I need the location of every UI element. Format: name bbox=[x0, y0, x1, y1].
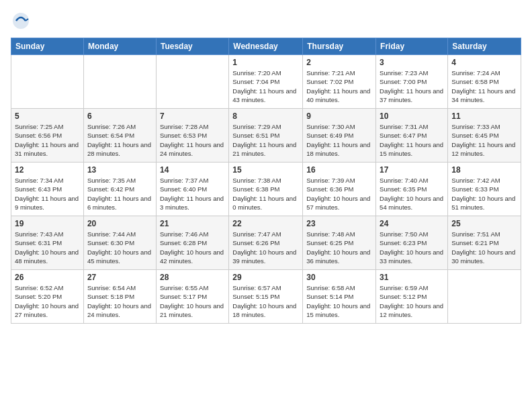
weekday-header: Saturday bbox=[448, 38, 521, 55]
day-number: 18 bbox=[451, 165, 517, 175]
day-info: Sunrise: 7:30 AM Sunset: 6:49 PM Dayligh… bbox=[306, 122, 372, 158]
calendar-day-cell: 12Sunrise: 7:34 AM Sunset: 6:43 PM Dayli… bbox=[11, 163, 84, 216]
day-number: 11 bbox=[451, 111, 517, 121]
calendar-day-cell: 1Sunrise: 7:20 AM Sunset: 7:04 PM Daylig… bbox=[229, 55, 303, 109]
day-info: Sunrise: 7:20 AM Sunset: 7:04 PM Dayligh… bbox=[232, 68, 299, 104]
day-info: Sunrise: 7:35 AM Sunset: 6:42 PM Dayligh… bbox=[87, 176, 152, 212]
day-info: Sunrise: 7:47 AM Sunset: 6:26 PM Dayligh… bbox=[232, 230, 299, 265]
day-info: Sunrise: 7:25 AM Sunset: 6:56 PM Dayligh… bbox=[15, 122, 80, 158]
calendar-day-cell bbox=[448, 270, 521, 324]
calendar-day-cell: 25Sunrise: 7:51 AM Sunset: 6:21 PM Dayli… bbox=[448, 216, 521, 270]
day-info: Sunrise: 6:55 AM Sunset: 5:17 PM Dayligh… bbox=[160, 283, 225, 319]
calendar-body: 1Sunrise: 7:20 AM Sunset: 7:04 PM Daylig… bbox=[11, 55, 521, 324]
calendar-week-row: 26Sunrise: 6:52 AM Sunset: 5:20 PM Dayli… bbox=[11, 270, 521, 324]
calendar-day-cell: 29Sunrise: 6:57 AM Sunset: 5:15 PM Dayli… bbox=[229, 270, 303, 324]
weekday-row: SundayMondayTuesdayWednesdayThursdayFrid… bbox=[11, 38, 521, 55]
day-info: Sunrise: 7:43 AM Sunset: 6:31 PM Dayligh… bbox=[15, 230, 80, 265]
calendar-day-cell: 14Sunrise: 7:37 AM Sunset: 6:40 PM Dayli… bbox=[156, 163, 228, 216]
calendar-day-cell: 26Sunrise: 6:52 AM Sunset: 5:20 PM Dayli… bbox=[11, 270, 84, 324]
day-info: Sunrise: 7:24 AM Sunset: 6:58 PM Dayligh… bbox=[451, 68, 517, 104]
calendar-day-cell: 8Sunrise: 7:29 AM Sunset: 6:51 PM Daylig… bbox=[229, 109, 303, 163]
day-info: Sunrise: 7:28 AM Sunset: 6:53 PM Dayligh… bbox=[160, 122, 225, 158]
day-number: 14 bbox=[160, 165, 225, 175]
calendar-day-cell: 28Sunrise: 6:55 AM Sunset: 5:17 PM Dayli… bbox=[156, 270, 228, 324]
day-info: Sunrise: 7:33 AM Sunset: 6:45 PM Dayligh… bbox=[451, 122, 517, 158]
day-info: Sunrise: 6:58 AM Sunset: 5:14 PM Dayligh… bbox=[306, 283, 372, 319]
calendar-day-cell: 6Sunrise: 7:26 AM Sunset: 6:54 PM Daylig… bbox=[83, 109, 156, 163]
day-info: Sunrise: 7:51 AM Sunset: 6:21 PM Dayligh… bbox=[451, 230, 517, 265]
weekday-header: Thursday bbox=[303, 38, 376, 55]
calendar-day-cell: 31Sunrise: 6:59 AM Sunset: 5:12 PM Dayli… bbox=[376, 270, 448, 324]
day-info: Sunrise: 7:23 AM Sunset: 7:00 PM Dayligh… bbox=[380, 68, 444, 104]
day-number: 8 bbox=[232, 111, 299, 121]
calendar-day-cell: 20Sunrise: 7:44 AM Sunset: 6:30 PM Dayli… bbox=[83, 216, 156, 270]
logo bbox=[11, 11, 34, 31]
calendar-day-cell bbox=[83, 55, 156, 109]
day-number: 6 bbox=[87, 111, 152, 121]
day-number: 12 bbox=[15, 165, 80, 175]
calendar-day-cell: 19Sunrise: 7:43 AM Sunset: 6:31 PM Dayli… bbox=[11, 216, 84, 270]
calendar-week-row: 19Sunrise: 7:43 AM Sunset: 6:31 PM Dayli… bbox=[11, 216, 521, 270]
calendar-week-row: 5Sunrise: 7:25 AM Sunset: 6:56 PM Daylig… bbox=[11, 109, 521, 163]
logo-icon bbox=[11, 11, 31, 31]
day-number: 25 bbox=[451, 219, 517, 228]
calendar-day-cell: 4Sunrise: 7:24 AM Sunset: 6:58 PM Daylig… bbox=[448, 55, 521, 109]
day-number: 17 bbox=[380, 165, 444, 175]
day-info: Sunrise: 7:29 AM Sunset: 6:51 PM Dayligh… bbox=[232, 122, 299, 158]
day-number: 28 bbox=[160, 273, 225, 282]
day-info: Sunrise: 7:44 AM Sunset: 6:30 PM Dayligh… bbox=[87, 230, 152, 265]
day-number: 5 bbox=[15, 111, 80, 121]
day-number: 13 bbox=[87, 165, 152, 175]
day-number: 15 bbox=[232, 165, 299, 175]
calendar-day-cell: 18Sunrise: 7:42 AM Sunset: 6:33 PM Dayli… bbox=[448, 163, 521, 216]
calendar-day-cell: 13Sunrise: 7:35 AM Sunset: 6:42 PM Dayli… bbox=[83, 163, 156, 216]
calendar-day-cell: 23Sunrise: 7:48 AM Sunset: 6:25 PM Dayli… bbox=[303, 216, 376, 270]
weekday-header: Monday bbox=[83, 38, 156, 55]
calendar-week-row: 1Sunrise: 7:20 AM Sunset: 7:04 PM Daylig… bbox=[11, 55, 521, 109]
page-header bbox=[11, 11, 521, 31]
weekday-header: Sunday bbox=[11, 38, 84, 55]
calendar-day-cell: 7Sunrise: 7:28 AM Sunset: 6:53 PM Daylig… bbox=[156, 109, 228, 163]
day-info: Sunrise: 6:57 AM Sunset: 5:15 PM Dayligh… bbox=[232, 283, 299, 319]
day-info: Sunrise: 7:39 AM Sunset: 6:36 PM Dayligh… bbox=[306, 176, 372, 212]
calendar-day-cell: 17Sunrise: 7:40 AM Sunset: 6:35 PM Dayli… bbox=[376, 163, 448, 216]
day-number: 3 bbox=[380, 58, 444, 67]
day-info: Sunrise: 7:37 AM Sunset: 6:40 PM Dayligh… bbox=[160, 176, 225, 212]
day-info: Sunrise: 7:21 AM Sunset: 7:02 PM Dayligh… bbox=[306, 68, 372, 104]
day-info: Sunrise: 6:52 AM Sunset: 5:20 PM Dayligh… bbox=[15, 283, 80, 319]
day-number: 4 bbox=[451, 58, 517, 67]
calendar-week-row: 12Sunrise: 7:34 AM Sunset: 6:43 PM Dayli… bbox=[11, 163, 521, 216]
weekday-header: Tuesday bbox=[156, 38, 228, 55]
day-number: 16 bbox=[306, 165, 372, 175]
day-number: 26 bbox=[15, 273, 80, 282]
day-number: 29 bbox=[232, 273, 299, 282]
calendar-day-cell: 2Sunrise: 7:21 AM Sunset: 7:02 PM Daylig… bbox=[303, 55, 376, 109]
day-info: Sunrise: 7:46 AM Sunset: 6:28 PM Dayligh… bbox=[160, 230, 225, 265]
day-number: 7 bbox=[160, 111, 225, 121]
day-info: Sunrise: 7:31 AM Sunset: 6:47 PM Dayligh… bbox=[380, 122, 444, 158]
calendar-day-cell: 30Sunrise: 6:58 AM Sunset: 5:14 PM Dayli… bbox=[303, 270, 376, 324]
day-number: 9 bbox=[306, 111, 372, 121]
day-info: Sunrise: 7:26 AM Sunset: 6:54 PM Dayligh… bbox=[87, 122, 152, 158]
day-info: Sunrise: 7:40 AM Sunset: 6:35 PM Dayligh… bbox=[380, 176, 444, 212]
weekday-header: Friday bbox=[376, 38, 448, 55]
day-number: 19 bbox=[15, 219, 80, 228]
day-number: 21 bbox=[160, 219, 225, 228]
calendar-header: SundayMondayTuesdayWednesdayThursdayFrid… bbox=[11, 38, 521, 55]
calendar-day-cell bbox=[11, 55, 84, 109]
day-number: 1 bbox=[232, 58, 299, 67]
day-number: 27 bbox=[87, 273, 152, 282]
day-number: 2 bbox=[306, 58, 372, 67]
calendar-day-cell: 11Sunrise: 7:33 AM Sunset: 6:45 PM Dayli… bbox=[448, 109, 521, 163]
day-info: Sunrise: 7:48 AM Sunset: 6:25 PM Dayligh… bbox=[306, 230, 372, 265]
day-number: 23 bbox=[306, 219, 372, 228]
calendar-day-cell: 15Sunrise: 7:38 AM Sunset: 6:38 PM Dayli… bbox=[229, 163, 303, 216]
day-number: 20 bbox=[87, 219, 152, 228]
day-info: Sunrise: 6:54 AM Sunset: 5:18 PM Dayligh… bbox=[87, 283, 152, 319]
day-info: Sunrise: 7:50 AM Sunset: 6:23 PM Dayligh… bbox=[380, 230, 444, 265]
calendar-day-cell: 10Sunrise: 7:31 AM Sunset: 6:47 PM Dayli… bbox=[376, 109, 448, 163]
calendar-day-cell: 5Sunrise: 7:25 AM Sunset: 6:56 PM Daylig… bbox=[11, 109, 84, 163]
day-info: Sunrise: 7:42 AM Sunset: 6:33 PM Dayligh… bbox=[451, 176, 517, 212]
calendar-day-cell: 24Sunrise: 7:50 AM Sunset: 6:23 PM Dayli… bbox=[376, 216, 448, 270]
calendar-day-cell: 27Sunrise: 6:54 AM Sunset: 5:18 PM Dayli… bbox=[83, 270, 156, 324]
